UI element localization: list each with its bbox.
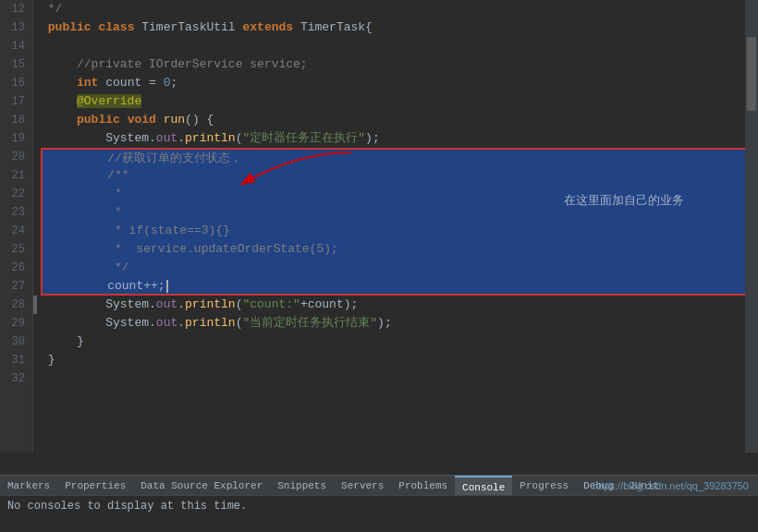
code-content[interactable]: */ public class TimerTaskUtil extends Ti… bbox=[33, 0, 758, 453]
tab-properties[interactable]: Properties bbox=[57, 476, 133, 496]
line-number: 32 bbox=[0, 369, 25, 388]
line-number: 28 bbox=[0, 296, 25, 314]
code-line: //获取订单的支付状态， bbox=[41, 148, 758, 166]
line-number: 27 bbox=[0, 277, 25, 296]
tab-servers[interactable]: Servers bbox=[334, 476, 391, 496]
code-line: public void run() { bbox=[41, 111, 758, 129]
code-line: * bbox=[41, 203, 758, 222]
code-line: */ bbox=[41, 259, 758, 277]
code-line: System.out.println("当前定时任务执行结束"); bbox=[41, 314, 758, 332]
tab-problems[interactable]: Problems bbox=[391, 476, 455, 496]
line-number: 14 bbox=[0, 37, 25, 55]
code-line: System.out.println("定时器任务正在执行"); bbox=[41, 129, 758, 148]
line-number: 15 bbox=[0, 55, 25, 74]
code-line: } bbox=[41, 351, 758, 369]
tab-snippets[interactable]: Snippets bbox=[270, 476, 334, 496]
line-number: 30 bbox=[0, 332, 25, 351]
line-number: 18 bbox=[0, 111, 25, 129]
line-number: 20 bbox=[0, 148, 25, 166]
code-line: * service.updateOrderState(5); bbox=[41, 240, 758, 259]
code-line: count++; bbox=[41, 277, 758, 296]
code-line bbox=[41, 37, 758, 55]
line-number: 31 bbox=[0, 351, 25, 369]
watermark: https://blog.csdn.net/qq_39283750 bbox=[593, 480, 749, 491]
code-line: */ bbox=[41, 0, 758, 18]
console-area: No consoles to display at this time. bbox=[0, 495, 758, 532]
line-number: 19 bbox=[0, 129, 25, 148]
text-cursor bbox=[166, 280, 168, 293]
code-line: * if(state==3){} bbox=[41, 222, 758, 240]
line-numbers: 1213141516171819202122232425262728293031… bbox=[0, 0, 33, 453]
console-text: No consoles to display at this time. bbox=[0, 496, 758, 516]
code-line: //private IOrderService service; bbox=[41, 55, 758, 74]
tab-markers[interactable]: Markers bbox=[0, 476, 57, 496]
code-line: /** bbox=[41, 166, 758, 185]
code-line: } bbox=[41, 332, 758, 351]
line-number: 21 bbox=[0, 166, 25, 185]
left-indicator bbox=[33, 296, 37, 314]
line-number: 12 bbox=[0, 0, 25, 18]
line-number: 26 bbox=[0, 259, 25, 277]
code-line: @Override bbox=[41, 92, 758, 111]
code-line bbox=[41, 369, 758, 388]
tab-console[interactable]: Console bbox=[455, 476, 512, 496]
line-number: 25 bbox=[0, 240, 25, 259]
line-number: 16 bbox=[0, 74, 25, 92]
code-line: public class TimerTaskUtil extends Timer… bbox=[41, 18, 758, 37]
line-number: 23 bbox=[0, 203, 25, 222]
code-line: int count = 0; bbox=[41, 74, 758, 92]
scrollbar[interactable] bbox=[745, 0, 758, 453]
editor-area: 1213141516171819202122232425262728293031… bbox=[0, 0, 758, 453]
line-number: 22 bbox=[0, 185, 25, 203]
line-number: 17 bbox=[0, 92, 25, 111]
line-number: 24 bbox=[0, 222, 25, 240]
tab-progress[interactable]: Progress bbox=[512, 476, 576, 496]
scrollbar-thumb[interactable] bbox=[747, 37, 756, 111]
line-number: 13 bbox=[0, 18, 25, 37]
line-number: 29 bbox=[0, 314, 25, 332]
code-line: System.out.println("count:"+count); bbox=[41, 296, 758, 314]
tab-data-source-explorer[interactable]: Data Source Explorer bbox=[133, 476, 270, 496]
code-line: * bbox=[41, 185, 758, 203]
